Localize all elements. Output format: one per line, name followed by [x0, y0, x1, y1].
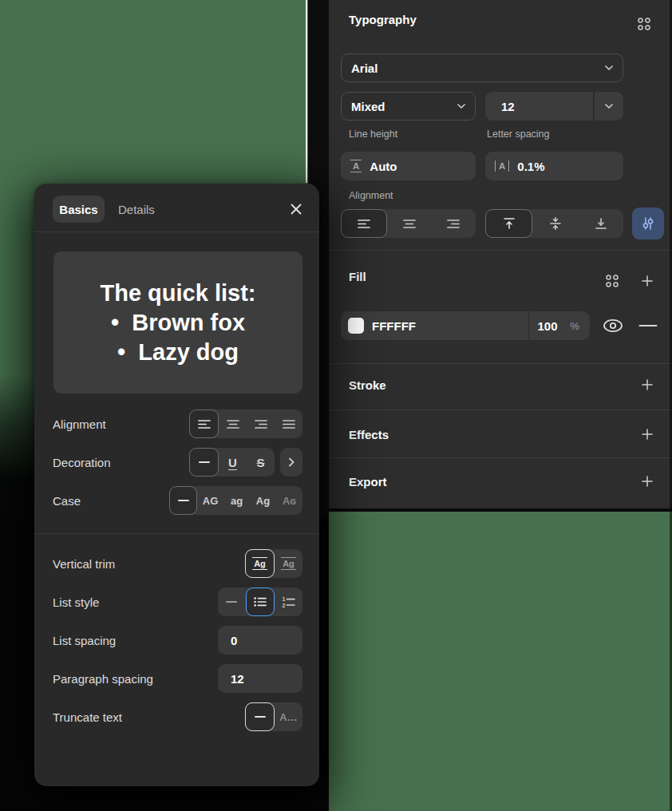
case-none-button[interactable]	[169, 486, 197, 515]
plus-icon	[641, 428, 654, 441]
preview-line: • Brown fox	[111, 308, 245, 338]
vertical-trim-standard-icon: Ag	[252, 557, 267, 570]
align-right-icon	[447, 219, 460, 229]
text-align-segment	[189, 409, 302, 438]
align-right-icon	[255, 419, 267, 429]
tab-basics-label: Basics	[59, 203, 97, 216]
font-size-input[interactable]: 12	[485, 92, 593, 121]
fill-hex-value[interactable]: FFFFFF	[372, 319, 416, 333]
valign-bottom-icon	[595, 217, 607, 230]
decoration-segment: U S	[189, 448, 275, 477]
truncate-on-button[interactable]: A…	[275, 702, 302, 731]
case-segment: AG ag Ag Aɢ	[169, 486, 302, 515]
panel-title: Typography	[349, 13, 417, 26]
chevron-down-icon	[605, 65, 613, 70]
case-lowercase-button[interactable]: ag	[223, 486, 250, 515]
case-uppercase-button[interactable]: AG	[197, 486, 223, 515]
truncate-text-label: Truncate text	[53, 710, 122, 724]
eye-icon	[602, 317, 624, 334]
align-right-button[interactable]	[431, 209, 476, 238]
font-family-value: Arial	[351, 61, 378, 75]
align-center-button[interactable]	[387, 209, 432, 238]
vertical-trim-segment: Ag Ag	[245, 549, 302, 578]
svg-text:1: 1	[282, 596, 285, 602]
text-align-right-button[interactable]	[247, 409, 275, 438]
vertical-trim-standard-button[interactable]: Ag	[245, 549, 275, 578]
popup-header-divider	[34, 231, 319, 232]
case-smallcaps-button[interactable]: Aɢ	[276, 486, 302, 515]
valign-bottom-button[interactable]	[578, 209, 623, 238]
none-dash-icon	[199, 461, 210, 463]
fill-styles-icon[interactable]	[605, 274, 619, 288]
chevron-down-icon	[605, 104, 613, 109]
section-divider	[329, 250, 672, 251]
text-align-center-button[interactable]	[219, 409, 247, 438]
plus-icon	[641, 475, 654, 488]
valign-top-icon	[503, 217, 516, 230]
font-family-dropdown[interactable]: Arial	[341, 53, 623, 82]
close-icon	[289, 202, 303, 216]
none-dash-icon	[178, 500, 189, 501]
line-height-field[interactable]: A Auto	[341, 152, 476, 180]
decoration-label: Decoration	[53, 456, 111, 469]
tab-basics[interactable]: Basics	[53, 196, 105, 223]
typography-styles-icon[interactable]	[637, 17, 651, 31]
font-style-value: Mixed	[351, 100, 385, 113]
preview-line: • Lazy dog	[117, 338, 239, 367]
valign-top-button[interactable]	[485, 209, 532, 238]
list-style-numbered-button[interactable]: 1 2	[275, 587, 302, 616]
chevron-down-icon	[457, 104, 465, 109]
line-height-value: Auto	[370, 160, 397, 173]
text-settings-popup: Basics Details The quick list: • Brown f…	[34, 184, 319, 786]
section-divider	[329, 457, 672, 458]
list-style-none-button[interactable]	[218, 587, 246, 616]
paragraph-spacing-input[interactable]: 12	[218, 664, 302, 693]
decoration-none-button[interactable]	[189, 448, 219, 477]
tab-details-label: Details	[118, 203, 155, 216]
valign-middle-button[interactable]	[532, 209, 578, 238]
font-size-dropdown-button[interactable]	[595, 92, 623, 121]
add-effect-button[interactable]	[641, 428, 654, 441]
line-height-icon: A	[350, 160, 362, 173]
type-settings-button[interactable]	[632, 208, 664, 239]
decoration-underline-button[interactable]: U	[219, 448, 247, 477]
text-preview-box: The quick list: • Brown fox • Lazy dog	[53, 251, 302, 394]
font-style-dropdown[interactable]: Mixed	[341, 92, 476, 121]
fill-visibility-toggle[interactable]	[602, 317, 624, 334]
text-align-left-button[interactable]	[189, 409, 219, 438]
letter-spacing-field[interactable]: A 0.1%	[485, 152, 623, 180]
fill-color-swatch[interactable]	[348, 318, 364, 334]
fill-section-title: Fill	[349, 270, 366, 283]
add-fill-button[interactable]	[641, 275, 654, 287]
list-style-bullet-button[interactable]	[246, 587, 275, 616]
vertical-trim-cap-button[interactable]: Ag	[275, 549, 302, 578]
tab-details[interactable]: Details	[118, 196, 155, 223]
align-center-icon	[227, 419, 239, 429]
popup-alignment-label: Alignment	[53, 417, 106, 431]
minus-icon	[638, 324, 658, 327]
uppercase-option: AG	[203, 495, 219, 507]
section-divider	[329, 363, 672, 364]
letter-spacing-value: 0.1%	[517, 160, 544, 173]
decoration-more-button[interactable]	[280, 448, 302, 477]
truncate-off-button[interactable]	[245, 702, 275, 731]
text-align-justify-button[interactable]	[275, 409, 302, 438]
close-popup-button[interactable]	[289, 202, 303, 216]
list-spacing-label: List spacing	[53, 634, 116, 647]
align-left-icon	[358, 219, 370, 229]
list-spacing-input[interactable]: 0	[218, 626, 302, 655]
remove-fill-button[interactable]	[638, 324, 658, 327]
case-label: Case	[53, 494, 81, 508]
align-left-icon	[198, 419, 211, 429]
valign-middle-icon	[549, 217, 562, 230]
add-stroke-button[interactable]	[641, 378, 654, 391]
align-left-button[interactable]	[341, 209, 387, 238]
case-titlecase-button[interactable]: Ag	[250, 486, 276, 515]
paragraph-spacing-value: 12	[231, 672, 244, 686]
properties-panel: Typography Arial Mixed 12	[329, 0, 672, 512]
decoration-strikethrough-button[interactable]: S	[247, 448, 275, 477]
add-export-button[interactable]	[641, 475, 654, 488]
none-dash-icon	[255, 716, 266, 718]
fill-opacity-value[interactable]: 100	[529, 319, 566, 333]
preview-line: The quick list:	[101, 279, 256, 308]
